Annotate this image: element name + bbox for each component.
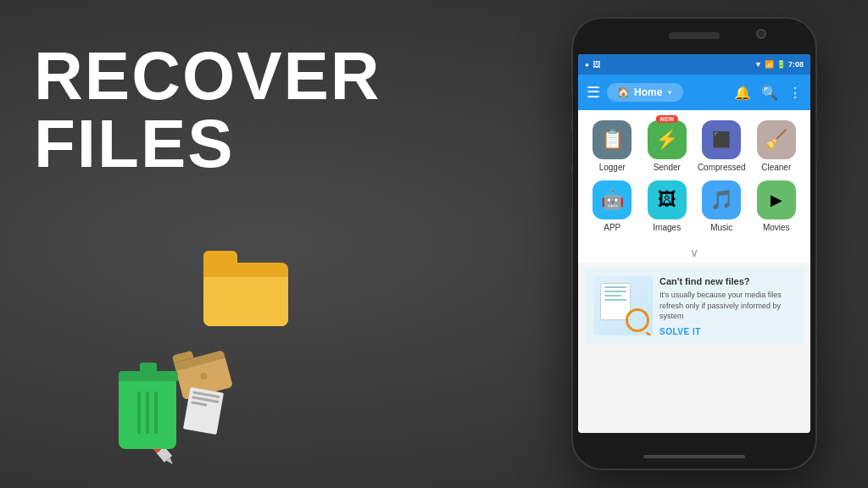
cleaner-icon: 🧹: [757, 120, 796, 159]
menu-button[interactable]: ☰: [587, 83, 600, 102]
images-icon: 🖼: [648, 180, 687, 219]
phone-device: ● 🖼 ▼ 📶 🔋 7:08 ☰ 🏠 Home ▼: [563, 17, 826, 483]
sender-label: Sender: [654, 163, 681, 172]
volume-up-button: [569, 93, 572, 119]
home-tab[interactable]: 🏠 Home ▼: [607, 83, 683, 102]
app-grid: 📋 Logger NEW ⚡ Sender ⬛: [578, 110, 810, 246]
logger-label: Logger: [599, 163, 626, 172]
movies-icon: ▶: [757, 180, 796, 219]
app-bar-actions: 🔔 🔍 ⋮: [734, 85, 802, 101]
cleaner-label: Cleaner: [761, 163, 791, 172]
card-magnifier-icon: [626, 308, 649, 332]
document-icon: [183, 387, 224, 435]
app-item-movies[interactable]: ▶ Movies: [751, 180, 802, 232]
grid-row-1: 📋 Logger NEW ⚡ Sender ⬛: [585, 120, 804, 172]
movies-label: Movies: [763, 223, 790, 232]
phone-frame: ● 🖼 ▼ 📶 🔋 7:08 ☰ 🏠 Home ▼: [571, 17, 817, 470]
app-item-images[interactable]: 🖼 Images: [642, 180, 693, 232]
app-item-compressed[interactable]: ⬛ Compressed: [696, 120, 747, 172]
music-icon: 🎵: [702, 180, 741, 219]
battery-icon: 🔋: [776, 60, 786, 69]
app-icon-item: 🤖: [593, 180, 632, 219]
info-card-title: Can't find new files?: [659, 276, 795, 286]
phone-camera: [756, 29, 766, 39]
image-icon: 🖼: [593, 60, 600, 69]
images-label: Images: [653, 223, 681, 232]
page-title: RECOVER FILES: [34, 42, 356, 178]
volume-down-button: [569, 131, 572, 165]
more-button[interactable]: ⋮: [788, 85, 802, 101]
info-card-body: It's usually because your media files re…: [659, 290, 795, 322]
info-card: Can't find new files? It's usually becau…: [585, 268, 804, 345]
power-button: [816, 119, 820, 161]
solve-it-button[interactable]: SOLVE IT: [659, 327, 795, 336]
status-right-icons: ▼ 📶 🔋 7:08: [754, 60, 804, 69]
new-badge: NEW: [656, 115, 678, 123]
notification-button[interactable]: 🔔: [734, 85, 751, 101]
compressed-label: Compressed: [698, 163, 746, 172]
compressed-icon: ⬛: [702, 120, 741, 159]
phone-screen: ● 🖼 ▼ 📶 🔋 7:08 ☰ 🏠 Home ▼: [578, 54, 810, 433]
status-bar: ● 🖼 ▼ 📶 🔋 7:08: [578, 54, 810, 75]
home-tab-indicator: ▼: [666, 89, 673, 97]
app-label: APP: [604, 223, 620, 232]
app-item-cleaner[interactable]: 🧹 Cleaner: [751, 120, 802, 172]
signal-icon: 📶: [765, 60, 774, 69]
app-item-logger[interactable]: 📋 Logger: [587, 120, 637, 172]
grid-row-2: 🤖 APP 🖼 Images 🎵 Music: [585, 180, 804, 232]
app-bar: ☰ 🏠 Home ▼ 🔔 🔍 ⋮: [578, 75, 810, 110]
search-button[interactable]: 🔍: [761, 85, 778, 101]
music-label: Music: [710, 223, 732, 232]
left-panel: RECOVER FILES: [34, 42, 356, 178]
app-item-app[interactable]: 🤖 APP: [587, 180, 637, 232]
illustration: [51, 254, 356, 458]
home-tab-icon: 🏠: [617, 86, 630, 98]
expand-chevron[interactable]: ∨: [578, 246, 810, 263]
trash-can-icon: [119, 371, 178, 449]
home-tab-label: Home: [634, 86, 662, 98]
time-display: 7:08: [788, 60, 804, 69]
phone-bottom-bar: [643, 455, 745, 458]
notification-dot-icon: ●: [585, 61, 589, 69]
info-card-image: [593, 276, 653, 336]
large-folder-icon: [203, 263, 288, 326]
app-item-sender[interactable]: NEW ⚡ Sender: [642, 120, 693, 172]
logger-icon: 📋: [593, 120, 632, 159]
mute-button: [569, 174, 572, 208]
status-left-icons: ● 🖼: [585, 60, 600, 69]
info-card-content: Can't find new files? It's usually becau…: [659, 276, 795, 336]
sender-icon: NEW ⚡: [648, 120, 687, 159]
wifi-icon: ▼: [754, 60, 762, 69]
phone-speaker: [669, 32, 720, 39]
app-item-music[interactable]: 🎵 Music: [696, 180, 747, 232]
